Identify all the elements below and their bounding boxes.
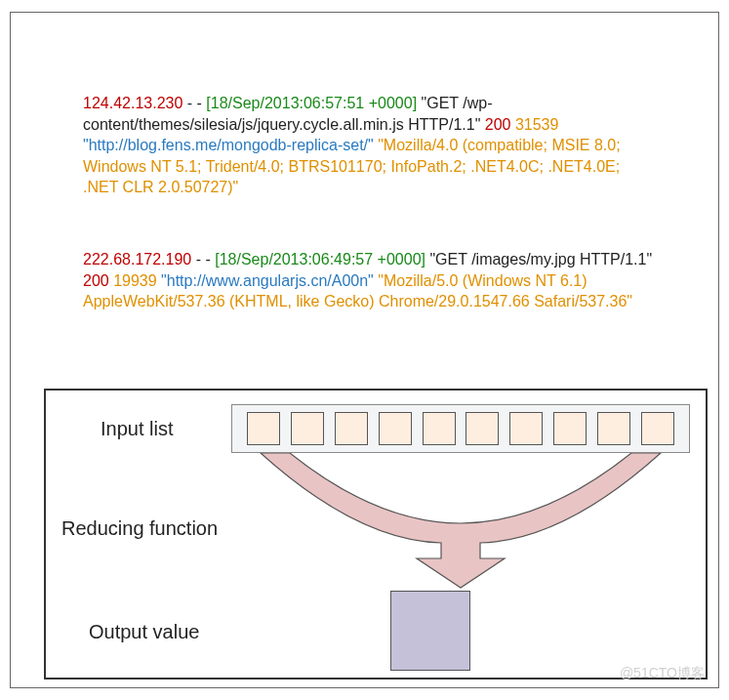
input-item — [509, 412, 543, 445]
log-entry: 124.42.13.230 - - [18/Sep/2013:06:57:51 … — [83, 93, 659, 198]
log-status: 200 — [485, 116, 511, 133]
input-item — [379, 412, 412, 445]
log-status: 200 — [83, 272, 109, 289]
input-item — [553, 412, 587, 445]
input-item — [466, 412, 499, 445]
input-list-strip — [231, 404, 690, 453]
funnel-arrow-icon — [231, 453, 690, 590]
log-ip: 124.42.13.230 — [83, 95, 182, 111]
log-referer: "http://www.angularjs.cn/A00n" — [161, 272, 374, 289]
screenshot-frame: 124.42.13.230 - - [18/Sep/2013:06:57:51 … — [10, 12, 719, 688]
input-item — [247, 412, 280, 445]
log-request: "GET /images/my.jpg HTTP/1.1" — [425, 251, 652, 268]
log-entry: 222.68.172.190 - - [18/Sep/2013:06:49:57… — [83, 249, 659, 312]
reduce-diagram: Input list Reducing function Output valu… — [44, 389, 708, 679]
input-item — [423, 412, 456, 445]
input-list-label: Input list — [101, 418, 173, 440]
input-item — [291, 412, 324, 445]
input-item — [641, 412, 674, 445]
input-item — [335, 412, 368, 445]
watermark: @51CTO博客 — [620, 665, 705, 682]
log-timestamp: [18/Sep/2013:06:57:51 +0000] — [206, 95, 417, 111]
log-bytes: 19939 — [109, 272, 161, 289]
log-area: 124.42.13.230 - - [18/Sep/2013:06:57:51 … — [83, 93, 659, 363]
reducing-function-label: Reducing function — [61, 517, 218, 540]
log-dash: - - — [191, 251, 215, 268]
log-timestamp: [18/Sep/2013:06:49:57 +0000] — [215, 251, 425, 268]
output-value-box — [390, 591, 470, 671]
log-ip: 222.68.172.190 — [83, 251, 191, 268]
log-dash: - - — [182, 95, 206, 111]
input-item — [597, 412, 630, 445]
log-bytes: 31539 — [510, 116, 558, 133]
output-value-label: Output value — [89, 621, 199, 643]
log-referer: "http://blog.fens.me/mongodb-replica-set… — [83, 137, 374, 153]
